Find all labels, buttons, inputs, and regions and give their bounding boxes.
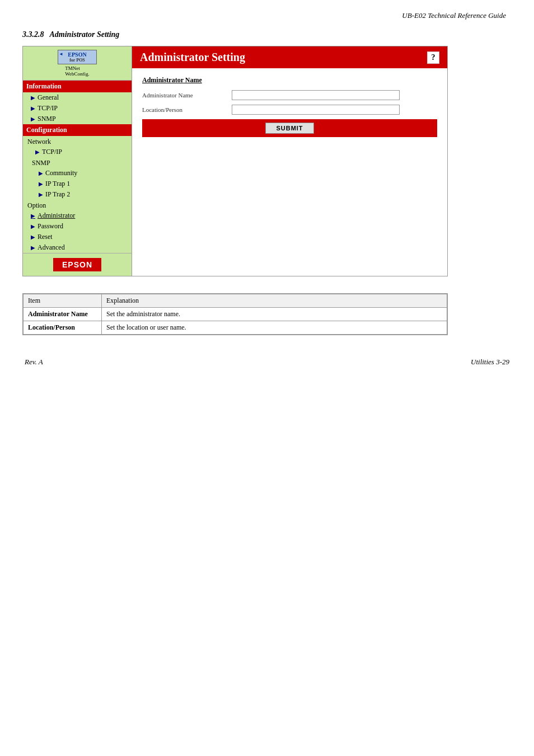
location-input[interactable] (232, 105, 400, 115)
sidebar-item-password[interactable]: ▶ Password (23, 221, 132, 232)
sidebar-item-administrator[interactable]: ▶ Administrator (23, 210, 132, 221)
sidebar-item-advanced[interactable]: ▶ Advanced (23, 242, 132, 253)
sidebar-reset-label: Reset (38, 233, 53, 241)
sidebar-advanced-label: Advanced (38, 243, 65, 252)
epson-bottom-button[interactable]: EPSON (53, 258, 101, 271)
form-area: Administrator Name Administrator Name Lo… (132, 68, 447, 276)
sidebar-item-iptrap1[interactable]: ▶ IP Trap 1 (23, 179, 132, 189)
section-title: 3.3.2.8 Administrator Setting (22, 30, 512, 39)
section-number: 3.3.2.8 (22, 30, 44, 39)
sidebar-tcpip-label: TCP/IP (38, 104, 58, 112)
arrow-icon: ▶ (35, 149, 40, 155)
page-header: UB-E02 Technical Reference Guide (22, 11, 512, 20)
table-cell-item: Location/Person (24, 321, 102, 335)
tmnet-label: TMNet WebConfig. (65, 65, 90, 77)
col-item-header: Item (24, 294, 102, 308)
sidebar-item-iptrap2[interactable]: ▶ IP Trap 2 (23, 189, 132, 200)
for-pos-label: for POS (62, 58, 93, 63)
main-content: Administrator Setting ? Administrator Na… (132, 46, 447, 276)
location-row: Location/Person (142, 105, 437, 115)
sidebar-iptrap1-label: IP Trap 1 (45, 180, 70, 188)
sidebar-password-label: Password (38, 222, 63, 231)
config-section-header: Configuration (23, 124, 132, 136)
sidebar-item-tcpip[interactable]: ▶ TCP/IP (23, 103, 132, 114)
sidebar-network-tcpip-label: TCP/IP (42, 148, 62, 156)
table-cell-explanation: Set the location or user name. (102, 321, 447, 335)
reference-table: Item Explanation Administrator NameSet t… (23, 294, 447, 335)
arrow-icon: ▶ (39, 181, 43, 187)
sidebar-item-general[interactable]: ▶ General (23, 92, 132, 103)
submit-bar: SUBMIT (142, 119, 437, 137)
table-row: Administrator NameSet the administrator … (24, 308, 447, 321)
epson-logo-box: EPSON for POS (58, 50, 97, 64)
sidebar-community-label: Community (45, 169, 77, 177)
table-row: Location/PersonSet the location or user … (24, 321, 447, 335)
sidebar-item-network-tcpip[interactable]: ▶ TCP/IP (23, 147, 132, 157)
sidebar-general-label: General (38, 93, 59, 102)
arrow-icon: ▶ (31, 116, 35, 122)
footer-right: Utilities 3-29 (471, 358, 509, 367)
arrow-icon: ▶ (31, 234, 35, 240)
header-title: UB-E02 Technical Reference Guide (402, 11, 506, 20)
submit-button[interactable]: SUBMIT (265, 123, 313, 134)
sidebar-item-community[interactable]: ▶ Community (23, 168, 132, 179)
main-title-bar: Administrator Setting ? (132, 46, 447, 68)
network-label: Network (23, 136, 132, 147)
location-label: Location/Person (142, 106, 232, 113)
arrow-icon: ▶ (31, 95, 35, 101)
table-cell-explanation: Set the administrator name. (102, 308, 447, 321)
reference-table-container: Item Explanation Administrator NameSet t… (22, 293, 448, 335)
sidebar-snmp-label: SNMP (38, 115, 56, 123)
admin-name-row: Administrator Name (142, 90, 437, 100)
sidebar: EPSON for POS TMNet WebConfig. Informati… (23, 46, 132, 276)
help-icon-button[interactable]: ? (427, 51, 439, 64)
table-cell-item: Administrator Name (24, 308, 102, 321)
arrow-icon: ▶ (39, 170, 43, 176)
main-title: Administrator Setting (140, 51, 245, 64)
form-section-label: Administrator Name (142, 76, 437, 84)
snmp-sub-label: SNMP (23, 157, 132, 168)
sidebar-item-snmp[interactable]: ▶ SNMP (23, 114, 132, 124)
sidebar-item-reset[interactable]: ▶ Reset (23, 232, 132, 242)
sidebar-iptrap2-label: IP Trap 2 (45, 190, 70, 199)
table-header-row: Item Explanation (24, 294, 447, 308)
arrow-icon: ▶ (31, 245, 35, 251)
col-explanation-header: Explanation (102, 294, 447, 308)
arrow-icon: ▶ (39, 191, 43, 198)
section-name: Administrator Setting (49, 30, 119, 39)
sidebar-logo: EPSON for POS TMNet WebConfig. (23, 46, 132, 81)
page-footer: Rev. A Utilities 3-29 (22, 358, 512, 367)
arrow-icon: ▶ (31, 223, 35, 229)
sidebar-administrator-label: Administrator (38, 212, 75, 220)
admin-name-label: Administrator Name (142, 92, 232, 98)
footer-left: Rev. A (25, 358, 43, 367)
arrow-icon: ▶ (31, 105, 35, 111)
info-section-header: Information (23, 81, 132, 92)
arrow-icon: ▶ (31, 213, 35, 219)
ui-frame: EPSON for POS TMNet WebConfig. Informati… (22, 46, 448, 276)
sidebar-bottom: EPSON (23, 253, 132, 276)
admin-name-input[interactable] (232, 90, 400, 100)
option-label: Option (23, 200, 132, 210)
